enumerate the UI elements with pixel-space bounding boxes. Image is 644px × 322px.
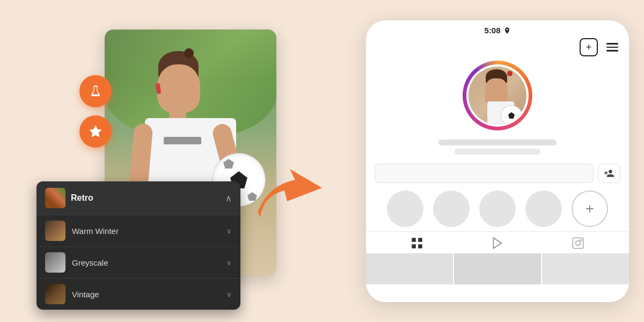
status-bar: 5:08 [366,20,629,37]
add-friend-icon [604,168,614,179]
nav-play-button[interactable] [491,236,504,250]
grid-icon [410,236,424,250]
bio-bar [455,149,540,155]
filter-grey-thumb [45,252,65,273]
arrow-decoration [252,164,327,225]
avatar-photo [469,67,526,125]
svg-point-2 [576,241,581,246]
action-row [366,160,629,186]
filter-vintage-thumb [45,284,65,304]
phone-mockup: 5:08 + [366,20,629,302]
add-friend-button[interactable] [598,164,620,183]
story-add-icon: + [586,201,594,216]
bottom-nav [366,231,629,252]
story-circle-4[interactable] [525,191,562,227]
filter-vintage[interactable]: Vintage ∨ [36,278,240,310]
nav-photo-button[interactable] [571,236,585,250]
svg-marker-0 [493,238,501,248]
location-icon [503,27,511,34]
add-post-button[interactable]: + [580,38,598,56]
lab-button[interactable] [79,75,112,107]
story-circle-3[interactable] [479,191,516,227]
filter-retro-label: Retro [71,193,93,203]
photo-icon [571,236,585,250]
time-display: 5:08 [484,26,500,35]
play-icon [491,236,504,250]
grid-cell-1 [366,253,453,284]
story-add-button[interactable]: + [572,191,608,227]
avatar-inner-border [466,64,529,127]
grid-cell-3 [542,253,629,284]
menu-line-1 [606,43,618,45]
filter-grey-chevron: ∨ [226,259,232,267]
menu-line-3 [606,50,618,52]
filter-retro-chevron: ∧ [225,193,232,203]
nav-grid-button[interactable] [410,236,424,250]
filter-vintage-label: Vintage [72,290,99,299]
svg-rect-1 [573,238,583,248]
story-circle-1[interactable] [387,191,423,227]
avatar-ring[interactable] [463,61,532,130]
menu-line-2 [606,47,618,48]
filter-greyscale[interactable]: Greyscale ∨ [36,246,240,278]
svg-point-3 [580,240,581,241]
filter-warm-chevron: ∨ [226,227,232,235]
star-button[interactable] [79,115,112,148]
phone-nav-bar: + [366,37,629,61]
filter-retro-thumb [45,188,65,208]
filter-warm-thumb [45,221,65,241]
filter-vintage-chevron: ∨ [226,290,232,298]
username-bar [438,140,557,145]
story-circle-2[interactable] [433,191,470,227]
filter-warm-winter[interactable]: Warm Winter ∨ [36,215,240,246]
filter-panel: Retro ∧ Warm Winter ∨ Greyscale ∨ Vintag… [36,181,240,310]
grid-cell-2 [454,253,541,284]
profile-section [366,61,629,160]
stories-row: + [366,186,629,230]
menu-button[interactable] [606,43,618,52]
plus-icon: + [586,42,592,53]
filter-retro-header[interactable]: Retro ∧ [36,181,240,215]
filter-warm-label: Warm Winter [72,226,119,236]
star-icon [88,124,103,139]
filter-grey-label: Greyscale [72,258,108,267]
lab-icon [88,84,103,99]
message-input[interactable] [375,164,594,183]
photo-grid-preview [366,252,629,284]
